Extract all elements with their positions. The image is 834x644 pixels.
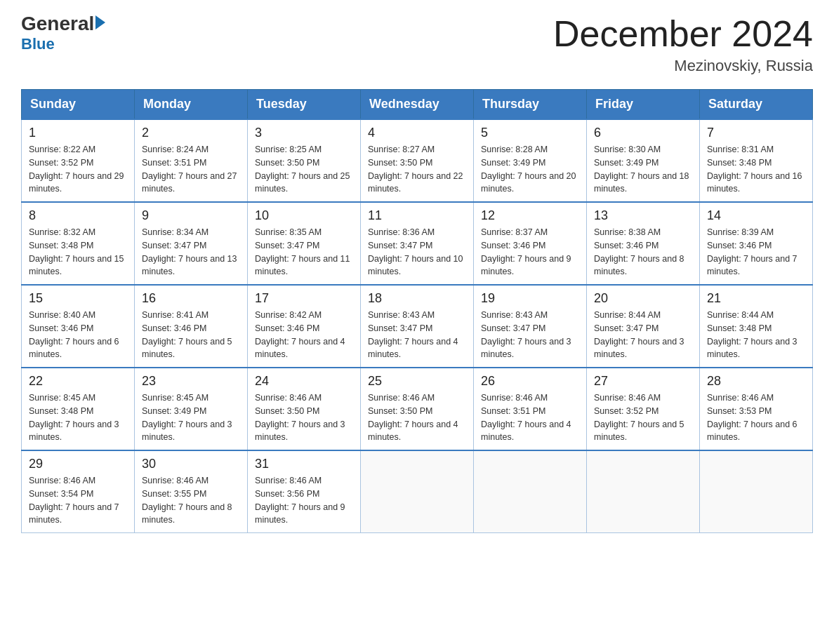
day-of-week-header: Friday (587, 90, 700, 120)
logo-general-text: General (21, 14, 94, 34)
day-number: 25 (368, 374, 466, 389)
page-header: General Blue December 2024 Mezinovskiy, … (21, 14, 813, 75)
day-info: Sunrise: 8:24 AMSunset: 3:51 PMDaylight:… (142, 143, 240, 196)
day-info: Sunrise: 8:30 AMSunset: 3:49 PMDaylight:… (594, 143, 692, 196)
day-info: Sunrise: 8:43 AMSunset: 3:47 PMDaylight:… (481, 309, 579, 361)
day-number: 12 (481, 208, 579, 223)
calendar-day-cell: 7Sunrise: 8:31 AMSunset: 3:48 PMDaylight… (700, 119, 813, 202)
calendar-day-cell: 27Sunrise: 8:46 AMSunset: 3:52 PMDayligh… (587, 368, 700, 450)
day-info: Sunrise: 8:35 AMSunset: 3:47 PMDaylight:… (255, 226, 353, 279)
day-info: Sunrise: 8:28 AMSunset: 3:49 PMDaylight:… (481, 143, 579, 196)
day-of-week-header: Saturday (700, 90, 813, 120)
day-of-week-header: Sunday (22, 90, 135, 120)
day-of-week-header: Thursday (474, 90, 587, 120)
day-number: 9 (142, 208, 240, 223)
month-title: December 2024 (553, 14, 813, 54)
calendar-day-cell: 29Sunrise: 8:46 AMSunset: 3:54 PMDayligh… (22, 450, 135, 533)
calendar-day-cell (700, 450, 813, 533)
day-number: 8 (29, 208, 127, 223)
calendar-day-cell: 8Sunrise: 8:32 AMSunset: 3:48 PMDaylight… (22, 202, 135, 285)
day-of-week-header: Wednesday (361, 90, 474, 120)
day-number: 10 (255, 208, 353, 223)
calendar-day-cell: 3Sunrise: 8:25 AMSunset: 3:50 PMDaylight… (248, 119, 361, 202)
calendar-day-cell: 30Sunrise: 8:46 AMSunset: 3:55 PMDayligh… (135, 450, 248, 533)
day-number: 5 (481, 126, 579, 140)
day-info: Sunrise: 8:44 AMSunset: 3:48 PMDaylight:… (707, 309, 805, 361)
day-info: Sunrise: 8:27 AMSunset: 3:50 PMDaylight:… (368, 143, 466, 196)
calendar-day-cell: 2Sunrise: 8:24 AMSunset: 3:51 PMDaylight… (135, 119, 248, 202)
calendar-day-cell: 26Sunrise: 8:46 AMSunset: 3:51 PMDayligh… (474, 368, 587, 450)
day-number: 31 (255, 457, 353, 471)
calendar-day-cell: 5Sunrise: 8:28 AMSunset: 3:49 PMDaylight… (474, 119, 587, 202)
day-number: 16 (142, 291, 240, 306)
day-info: Sunrise: 8:40 AMSunset: 3:46 PMDaylight:… (29, 309, 127, 361)
day-info: Sunrise: 8:42 AMSunset: 3:46 PMDaylight:… (255, 309, 353, 361)
calendar-day-cell: 9Sunrise: 8:34 AMSunset: 3:47 PMDaylight… (135, 202, 248, 285)
calendar-day-cell: 18Sunrise: 8:43 AMSunset: 3:47 PMDayligh… (361, 285, 474, 368)
day-number: 27 (594, 374, 692, 389)
calendar-day-cell: 11Sunrise: 8:36 AMSunset: 3:47 PMDayligh… (361, 202, 474, 285)
day-number: 19 (481, 291, 579, 306)
logo-blue-text: Blue (21, 35, 105, 53)
day-info: Sunrise: 8:46 AMSunset: 3:51 PMDaylight:… (481, 391, 579, 444)
day-number: 7 (707, 126, 805, 140)
day-number: 11 (368, 208, 466, 223)
day-info: Sunrise: 8:22 AMSunset: 3:52 PMDaylight:… (29, 143, 127, 196)
calendar-week-row: 1Sunrise: 8:22 AMSunset: 3:52 PMDaylight… (22, 119, 813, 202)
logo-arrow-icon (95, 15, 105, 29)
calendar-day-cell: 10Sunrise: 8:35 AMSunset: 3:47 PMDayligh… (248, 202, 361, 285)
calendar-day-cell: 1Sunrise: 8:22 AMSunset: 3:52 PMDaylight… (22, 119, 135, 202)
day-info: Sunrise: 8:41 AMSunset: 3:46 PMDaylight:… (142, 309, 240, 361)
days-of-week-row: SundayMondayTuesdayWednesdayThursdayFrid… (22, 90, 813, 120)
day-number: 28 (707, 374, 805, 389)
day-info: Sunrise: 8:43 AMSunset: 3:47 PMDaylight:… (368, 309, 466, 361)
day-number: 29 (29, 457, 127, 471)
day-info: Sunrise: 8:34 AMSunset: 3:47 PMDaylight:… (142, 226, 240, 279)
day-info: Sunrise: 8:45 AMSunset: 3:48 PMDaylight:… (29, 391, 127, 444)
day-number: 24 (255, 374, 353, 389)
day-number: 21 (707, 291, 805, 306)
day-info: Sunrise: 8:46 AMSunset: 3:52 PMDaylight:… (594, 391, 692, 444)
calendar-day-cell (474, 450, 587, 533)
day-info: Sunrise: 8:32 AMSunset: 3:48 PMDaylight:… (29, 226, 127, 279)
day-info: Sunrise: 8:36 AMSunset: 3:47 PMDaylight:… (368, 226, 466, 279)
calendar-day-cell: 25Sunrise: 8:46 AMSunset: 3:50 PMDayligh… (361, 368, 474, 450)
day-info: Sunrise: 8:38 AMSunset: 3:46 PMDaylight:… (594, 226, 692, 279)
day-info: Sunrise: 8:39 AMSunset: 3:46 PMDaylight:… (707, 226, 805, 279)
day-info: Sunrise: 8:46 AMSunset: 3:56 PMDaylight:… (255, 474, 353, 527)
day-of-week-header: Tuesday (248, 90, 361, 120)
calendar-week-row: 22Sunrise: 8:45 AMSunset: 3:48 PMDayligh… (22, 368, 813, 450)
day-info: Sunrise: 8:46 AMSunset: 3:50 PMDaylight:… (255, 391, 353, 444)
calendar-day-cell: 13Sunrise: 8:38 AMSunset: 3:46 PMDayligh… (587, 202, 700, 285)
calendar-day-cell: 23Sunrise: 8:45 AMSunset: 3:49 PMDayligh… (135, 368, 248, 450)
calendar-week-row: 15Sunrise: 8:40 AMSunset: 3:46 PMDayligh… (22, 285, 813, 368)
day-number: 15 (29, 291, 127, 306)
calendar-day-cell: 6Sunrise: 8:30 AMSunset: 3:49 PMDaylight… (587, 119, 700, 202)
calendar-day-cell: 14Sunrise: 8:39 AMSunset: 3:46 PMDayligh… (700, 202, 813, 285)
calendar-body: 1Sunrise: 8:22 AMSunset: 3:52 PMDaylight… (22, 119, 813, 533)
day-info: Sunrise: 8:44 AMSunset: 3:47 PMDaylight:… (594, 309, 692, 361)
day-info: Sunrise: 8:46 AMSunset: 3:54 PMDaylight:… (29, 474, 127, 527)
calendar-day-cell: 12Sunrise: 8:37 AMSunset: 3:46 PMDayligh… (474, 202, 587, 285)
calendar-day-cell: 4Sunrise: 8:27 AMSunset: 3:50 PMDaylight… (361, 119, 474, 202)
calendar-day-cell: 24Sunrise: 8:46 AMSunset: 3:50 PMDayligh… (248, 368, 361, 450)
day-info: Sunrise: 8:46 AMSunset: 3:50 PMDaylight:… (368, 391, 466, 444)
calendar-day-cell (361, 450, 474, 533)
day-info: Sunrise: 8:46 AMSunset: 3:55 PMDaylight:… (142, 474, 240, 527)
day-number: 17 (255, 291, 353, 306)
day-number: 23 (142, 374, 240, 389)
calendar-day-cell: 22Sunrise: 8:45 AMSunset: 3:48 PMDayligh… (22, 368, 135, 450)
day-number: 26 (481, 374, 579, 389)
day-number: 1 (29, 126, 127, 140)
day-info: Sunrise: 8:46 AMSunset: 3:53 PMDaylight:… (707, 391, 805, 444)
calendar-table: SundayMondayTuesdayWednesdayThursdayFrid… (21, 89, 813, 533)
day-of-week-header: Monday (135, 90, 248, 120)
day-number: 30 (142, 457, 240, 471)
day-number: 13 (594, 208, 692, 223)
calendar-day-cell: 19Sunrise: 8:43 AMSunset: 3:47 PMDayligh… (474, 285, 587, 368)
calendar-header: SundayMondayTuesdayWednesdayThursdayFrid… (22, 90, 813, 120)
calendar-day-cell: 16Sunrise: 8:41 AMSunset: 3:46 PMDayligh… (135, 285, 248, 368)
day-number: 2 (142, 126, 240, 140)
calendar-day-cell: 31Sunrise: 8:46 AMSunset: 3:56 PMDayligh… (248, 450, 361, 533)
calendar-day-cell: 20Sunrise: 8:44 AMSunset: 3:47 PMDayligh… (587, 285, 700, 368)
